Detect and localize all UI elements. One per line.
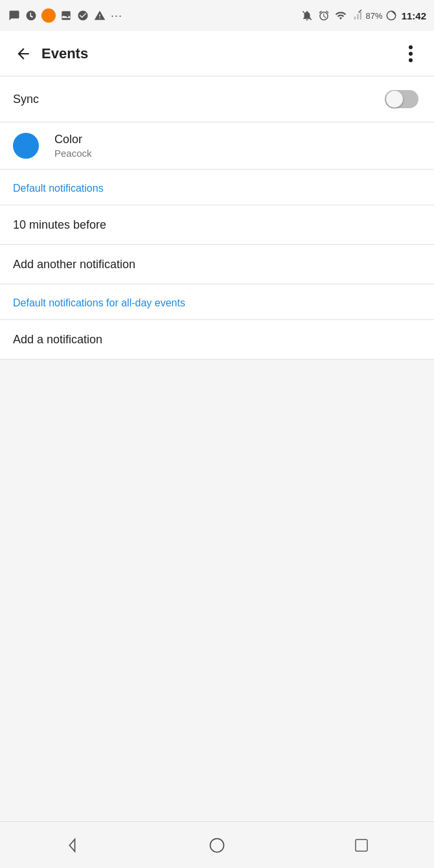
status-bar-left-icons: ··· [8, 8, 123, 23]
chat-icon [8, 9, 21, 22]
nav-home-button[interactable] [198, 826, 236, 865]
sync-label: Sync [13, 93, 39, 106]
nav-back-button[interactable] [53, 826, 92, 865]
image-icon [60, 9, 73, 22]
sync-toggle[interactable] [385, 89, 421, 109]
default-notifications-section: Default notifications 10 minutes before … [0, 170, 434, 284]
bottom-nav [0, 821, 434, 868]
add-notification-row[interactable]: Add a notification [0, 320, 434, 359]
default-notifications-allday-title: Default notifications for all-day events [13, 297, 185, 308]
sync-section: Sync [0, 76, 434, 122]
color-swatch [13, 133, 39, 159]
app-icon [25, 9, 38, 22]
svg-point-6 [409, 58, 413, 62]
color-sublabel: Peacock [54, 148, 92, 159]
empty-area [0, 360, 434, 619]
signal-icon [351, 9, 364, 22]
app-bar: Events [0, 31, 434, 76]
status-bar-right-icons: 87% 11:42 [301, 9, 426, 22]
status-bar: ··· 87% 11:42 [0, 0, 434, 31]
check-icon [76, 9, 89, 22]
mute-icon [301, 9, 314, 22]
color-text-group: Color Peacock [54, 133, 92, 159]
color-label: Color [54, 133, 92, 146]
alarm-icon [317, 9, 330, 22]
warning-icon [93, 9, 106, 22]
svg-point-8 [210, 838, 223, 852]
wifi-icon [334, 9, 347, 22]
default-notifications-title: Default notifications [13, 183, 104, 194]
page-title: Events [41, 45, 398, 62]
battery-percentage: 87% [368, 9, 381, 22]
svg-point-4 [409, 45, 413, 49]
svg-rect-9 [356, 839, 367, 851]
svg-point-5 [409, 52, 413, 56]
content-area: Sync Color Peacock Default notifications… [0, 76, 434, 670]
color-row[interactable]: Color Peacock [0, 122, 434, 169]
sync-row[interactable]: Sync [0, 76, 434, 122]
more-options-button[interactable] [398, 41, 424, 67]
toggle-thumb [386, 91, 403, 108]
default-notifications-allday-section: Default notifications for all-day events… [0, 284, 434, 359]
notification-dot [41, 8, 56, 23]
status-time: 11:42 [402, 9, 426, 22]
nav-recents-button[interactable] [342, 826, 381, 865]
add-another-notification-label: Add another notification [13, 258, 135, 271]
sync-label-container: Sync [13, 93, 385, 106]
svg-marker-7 [69, 839, 74, 851]
add-notification-label: Add a notification [13, 333, 102, 347]
add-another-notification-row[interactable]: Add another notification [0, 245, 434, 284]
default-notifications-header: Default notifications [0, 170, 434, 205]
dots-icon: ··· [110, 9, 123, 22]
notification-item-label: 10 minutes before [13, 218, 106, 232]
back-button[interactable] [10, 41, 36, 67]
default-notifications-allday-header: Default notifications for all-day events [0, 284, 434, 319]
notification-item-row[interactable]: 10 minutes before [0, 205, 434, 244]
data-saver-icon [385, 9, 398, 22]
